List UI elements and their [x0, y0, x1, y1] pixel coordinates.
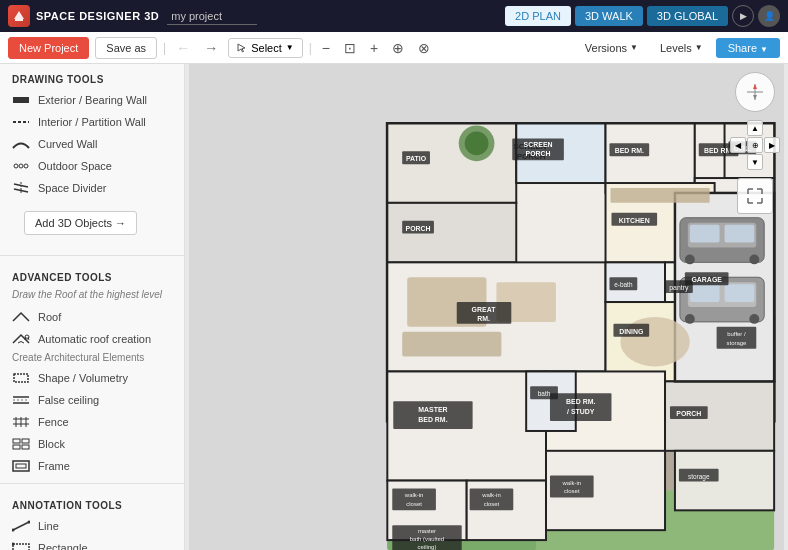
sidebar-item-roof[interactable]: Roof [0, 306, 184, 328]
sidebar-item-frame[interactable]: Frame [0, 455, 184, 477]
exterior-wall-label: Exterior / Bearing Wall [38, 94, 147, 106]
fence-label: Fence [38, 416, 69, 428]
zoom-fit-button[interactable]: ⊡ [340, 38, 360, 58]
save-as-button[interactable]: Save as [95, 37, 157, 59]
svg-text:BED RM.: BED RM. [566, 398, 595, 405]
svg-text:closet: closet [406, 501, 422, 507]
svg-rect-79 [690, 284, 720, 302]
compass-control[interactable] [735, 72, 775, 112]
room-label-walk-in-1: walk-in closet [392, 489, 436, 511]
svg-rect-26 [13, 461, 29, 471]
room-label-porch-right: PORCH [670, 406, 708, 419]
rectangle-label: Rectangle [38, 542, 88, 550]
header-right: 2D PLAN 3D WALK 3D GLOBAL ▶ 👤 [505, 5, 780, 27]
sidebar-item-outdoor-space[interactable]: Outdoor Space [0, 155, 184, 177]
interior-wall-icon [12, 116, 30, 128]
rectangle-icon [12, 542, 30, 550]
svg-text:GREAT: GREAT [472, 306, 497, 313]
space-divider-icon [12, 182, 30, 194]
room-label-bed-study: BED RM. / STUDY [550, 393, 611, 421]
sidebar-item-space-divider[interactable]: Space Divider [0, 177, 184, 199]
sidebar-item-exterior-wall[interactable]: Exterior / Bearing Wall [0, 89, 184, 111]
svg-marker-148 [753, 95, 757, 100]
nav-up-button[interactable]: ▲ [747, 120, 763, 136]
nav-left-button[interactable]: ◀ [730, 137, 746, 153]
shape-label: Shape / Volumetry [38, 372, 128, 384]
user-avatar[interactable]: 👤 [758, 5, 780, 27]
room-label-buffer: buffer / storage [717, 327, 757, 349]
nav-right-button[interactable]: ▶ [764, 137, 780, 153]
arch-subtitle: Create Architectural Elements [0, 350, 184, 367]
frame-label: Frame [38, 460, 70, 472]
zoom-out-button[interactable]: − [318, 38, 334, 58]
sidebar-item-curved-wall[interactable]: Curved Wall [0, 133, 184, 155]
svg-text:PATIO: PATIO [406, 155, 427, 162]
drawing-tools-title: DRAWING TOOLS [0, 64, 184, 89]
levels-button[interactable]: Levels ▼ [651, 38, 712, 58]
view-2d-plan[interactable]: 2D PLAN [505, 6, 571, 26]
versions-button[interactable]: Versions ▼ [576, 38, 647, 58]
sidebar-item-interior-wall[interactable]: Interior / Partition Wall [0, 111, 184, 133]
interior-wall-label: Interior / Partition Wall [38, 116, 146, 128]
nav-center-button[interactable]: ⊕ [747, 137, 763, 153]
sidebar-item-line[interactable]: Line [0, 515, 184, 537]
canvas-area[interactable]: SCREEN PORCH SCREEN PORCH BED RM. BED RM… [185, 64, 788, 550]
line-icon [12, 520, 30, 532]
svg-text:PORCH: PORCH [406, 225, 431, 232]
room-label-master-bed: MASTER BED RM. [393, 401, 472, 429]
redo-button[interactable]: → [200, 38, 222, 58]
svg-text:storage: storage [727, 340, 748, 346]
sidebar-item-block[interactable]: Block [0, 433, 184, 455]
undo-button[interactable]: ← [172, 38, 194, 58]
toolbar-right: Versions ▼ Levels ▼ Share ▼ [576, 38, 780, 58]
advanced-tools-title: ADVANCED TOOLS [0, 262, 184, 287]
svg-text:KITCHEN: KITCHEN [619, 217, 650, 224]
main-layout: DRAWING TOOLS Exterior / Bearing Wall In… [0, 64, 788, 550]
zoom-in-button[interactable]: + [366, 38, 382, 58]
sidebar-item-shape[interactable]: Shape / Volumetry [0, 367, 184, 389]
add-3d-area: Add 3D Objects → [0, 199, 184, 249]
svg-text:DINING: DINING [619, 328, 643, 335]
annotation-tools-title: ANNOTATION TOOLS [0, 490, 184, 515]
svg-text:master: master [418, 528, 436, 534]
sidebar-item-auto-roof[interactable]: Automatic roof creation [0, 328, 184, 350]
svg-rect-74 [725, 225, 755, 243]
view-3d-global[interactable]: 3D GLOBAL [647, 6, 728, 26]
svg-text:BED RM.: BED RM. [418, 416, 447, 423]
line-label: Line [38, 520, 59, 532]
versions-caret: ▼ [630, 43, 638, 52]
svg-rect-86 [610, 188, 709, 203]
project-name-input[interactable] [167, 8, 257, 25]
share-button[interactable]: Share ▼ [716, 38, 780, 58]
expand-view-button[interactable] [737, 178, 773, 214]
add-3d-objects-button[interactable]: Add 3D Objects → [24, 211, 137, 235]
zoom-full-button[interactable]: ⊗ [414, 38, 434, 58]
svg-text:PORCH: PORCH [526, 150, 551, 157]
svg-point-32 [12, 543, 15, 546]
svg-marker-147 [753, 84, 757, 89]
outdoor-space-icon [12, 160, 30, 172]
svg-point-81 [685, 314, 695, 324]
svg-rect-23 [22, 439, 29, 443]
play-button[interactable]: ▶ [732, 5, 754, 27]
nav-down-button[interactable]: ▼ [747, 154, 763, 170]
levels-label: Levels [660, 42, 692, 54]
toolbar-separator: | [163, 41, 166, 55]
floor-plan-svg: SCREEN PORCH SCREEN PORCH BED RM. BED RM… [185, 64, 788, 550]
zoom-reset-button[interactable]: ⊕ [388, 38, 408, 58]
view-3d-walk[interactable]: 3D WALK [575, 6, 643, 26]
sidebar-item-false-ceiling[interactable]: False ceiling [0, 389, 184, 411]
room-label-porch-left: PORCH [402, 221, 434, 234]
app-name: SPACE DESIGNER 3D [36, 10, 159, 22]
sidebar-item-fence[interactable]: Fence [0, 411, 184, 433]
svg-text:/ STUDY: / STUDY [567, 408, 595, 415]
select-button[interactable]: Select ▼ [228, 38, 303, 58]
room-label-master-bath: master bath (vaulted ceiling) [392, 525, 461, 550]
new-project-button[interactable]: New Project [8, 37, 89, 59]
curved-wall-label: Curved Wall [38, 138, 98, 150]
svg-text:ceiling): ceiling) [418, 544, 437, 550]
room-label-storage: storage [679, 469, 719, 482]
room-label-walk-in-2: walk-in closet [470, 489, 514, 511]
logo-area: SPACE DESIGNER 3D [8, 5, 159, 27]
sidebar-item-rectangle[interactable]: Rectangle [0, 537, 184, 550]
